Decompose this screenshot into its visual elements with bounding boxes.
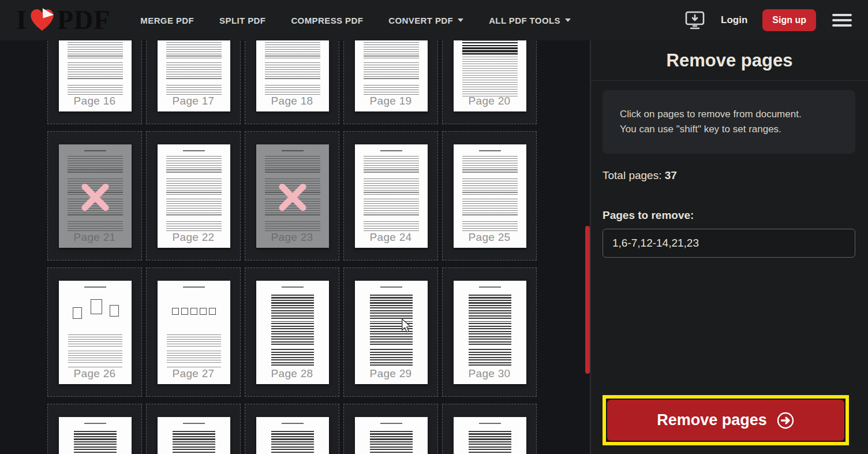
hamburger-menu-icon[interactable] xyxy=(831,12,853,29)
page-cell-page-26[interactable]: Page 26 xyxy=(47,267,142,397)
page-content-preview xyxy=(173,431,215,454)
page-header-mark xyxy=(282,286,304,288)
pages-to-remove-input[interactable] xyxy=(603,229,855,258)
page-content-preview xyxy=(68,40,123,96)
login-link[interactable]: Login xyxy=(721,14,747,26)
desktop-download-icon[interactable] xyxy=(684,10,706,30)
page-content-preview xyxy=(364,156,419,233)
page-cell-page-19[interactable]: Page 19 xyxy=(343,40,438,124)
page-label: Page 17 xyxy=(147,95,240,107)
page-diagram-preview xyxy=(167,298,221,325)
page-cell-page-32[interactable]: Page 32 xyxy=(146,404,241,454)
page-cell-page-34[interactable]: Page 34 xyxy=(343,404,438,454)
page-label: Page 21 xyxy=(48,231,141,244)
top-navbar: I PDF MERGE PDFSPLIT PDFCOMPRESS PDFCONV… xyxy=(0,0,868,40)
page-label: Page 26 xyxy=(48,367,141,380)
page-cell-page-28[interactable]: Page 28 xyxy=(245,267,339,397)
page-cell-page-25[interactable]: Page 25 xyxy=(442,131,537,261)
page-header-mark xyxy=(282,423,304,424)
page-thumbnail xyxy=(59,417,132,454)
page-label: Page 30 xyxy=(443,367,536,380)
nav-links: MERGE PDFSPLIT PDFCOMPRESS PDFCONVERT PD… xyxy=(140,16,571,25)
heart-icon xyxy=(29,7,55,31)
page-header-mark xyxy=(84,150,106,151)
page-diagram-preview xyxy=(68,298,122,325)
page-cell-page-17[interactable]: Page 17 xyxy=(146,40,241,124)
page-content-preview xyxy=(271,431,314,454)
page-content-preview xyxy=(68,334,122,368)
tool-sidebar: Remove pages Click on pages to remove fr… xyxy=(591,40,868,454)
pages-viewport: Page 16Page 17Page 18Page 19Page 20Page … xyxy=(0,40,590,454)
page-header-mark xyxy=(183,423,205,424)
main-scrollbar-thumb[interactable] xyxy=(585,226,590,374)
nav-link-merge-pdf[interactable]: MERGE PDF xyxy=(140,16,194,25)
button-highlight-frame: Remove pages xyxy=(603,395,849,445)
instruction-line-1: Click on pages to remove from document. xyxy=(620,107,838,122)
page-content-preview xyxy=(166,40,222,96)
instruction-line-2: You can use "shift" key to set ranges. xyxy=(620,122,838,137)
page-header-mark xyxy=(380,423,402,424)
arrow-circle-icon xyxy=(776,411,795,430)
page-cell-page-16[interactable]: Page 16 xyxy=(47,40,142,124)
page-grid: Page 16Page 17Page 18Page 19Page 20Page … xyxy=(47,40,537,454)
page-header-mark xyxy=(380,286,402,288)
page-content-preview xyxy=(74,431,117,454)
ilovepdf-logo[interactable]: I PDF xyxy=(16,7,110,34)
page-thumbnail xyxy=(256,417,329,454)
nav-link-all-pdf-tools[interactable]: ALL PDF TOOLS xyxy=(489,16,571,25)
page-cell-page-35[interactable]: Page 35 xyxy=(442,404,537,454)
page-cell-page-21[interactable]: Page 21 xyxy=(47,131,142,261)
page-cell-page-27[interactable]: Page 27 xyxy=(146,267,241,397)
logo-text-i: I xyxy=(16,7,27,34)
page-label: Page 16 xyxy=(48,95,141,107)
nav-link-label: MERGE PDF xyxy=(140,16,194,25)
chevron-down-icon xyxy=(565,18,571,22)
page-content-preview xyxy=(469,295,511,366)
page-header-mark xyxy=(479,286,501,288)
tool-title: Remove pages xyxy=(591,40,868,81)
page-label: Page 28 xyxy=(245,367,339,380)
remove-pages-button[interactable]: Remove pages xyxy=(607,400,844,441)
page-thumbnail xyxy=(454,417,526,454)
total-pages-label: Total pages: xyxy=(603,169,661,181)
page-cell-page-33[interactable]: Page 33 xyxy=(245,404,339,454)
page-header-mark xyxy=(380,150,402,151)
nav-link-label: SPLIT PDF xyxy=(219,16,265,25)
page-cell-page-24[interactable]: Page 24 xyxy=(343,131,438,261)
page-label: Page 27 xyxy=(147,367,240,380)
page-label: Page 25 xyxy=(443,231,536,244)
page-cell-page-29[interactable]: Page 29 xyxy=(343,267,438,397)
page-label: Page 23 xyxy=(245,231,339,244)
nav-link-split-pdf[interactable]: SPLIT PDF xyxy=(219,16,265,25)
page-header-mark xyxy=(282,150,304,151)
page-header-mark xyxy=(479,423,501,424)
page-content-preview xyxy=(271,295,314,366)
page-content-preview xyxy=(462,156,518,233)
page-cell-page-20[interactable]: Page 20 xyxy=(442,40,537,124)
nav-link-label: CONVERT PDF xyxy=(388,16,453,25)
page-header-mark xyxy=(479,150,501,151)
nav-link-convert-pdf[interactable]: CONVERT PDF xyxy=(388,16,463,25)
remove-x-icon xyxy=(277,181,308,213)
page-content-preview xyxy=(370,431,413,454)
page-label: Page 24 xyxy=(344,231,437,244)
signup-button[interactable]: Sign up xyxy=(762,9,816,31)
page-label: Page 22 xyxy=(147,231,240,244)
page-header-mark xyxy=(84,423,106,424)
page-cell-page-23[interactable]: Page 23 xyxy=(245,131,339,261)
page-content-preview xyxy=(370,295,413,366)
page-content-preview xyxy=(265,40,320,96)
remove-x-icon xyxy=(80,181,111,213)
page-cell-page-18[interactable]: Page 18 xyxy=(245,40,339,124)
logo-text-pdf: PDF xyxy=(57,7,110,34)
nav-link-label: ALL PDF TOOLS xyxy=(489,16,560,25)
navbar-right: Login Sign up xyxy=(684,9,853,31)
page-header-mark xyxy=(183,150,205,151)
page-cell-page-31[interactable]: Page 31 xyxy=(47,404,142,454)
nav-link-compress-pdf[interactable]: COMPRESS PDF xyxy=(291,16,363,25)
page-label: Page 18 xyxy=(245,95,339,107)
page-cell-page-22[interactable]: Page 22 xyxy=(146,131,241,261)
page-header-mark xyxy=(183,286,205,288)
page-cell-page-30[interactable]: Page 30 xyxy=(442,267,537,397)
page-content-preview xyxy=(167,334,221,368)
